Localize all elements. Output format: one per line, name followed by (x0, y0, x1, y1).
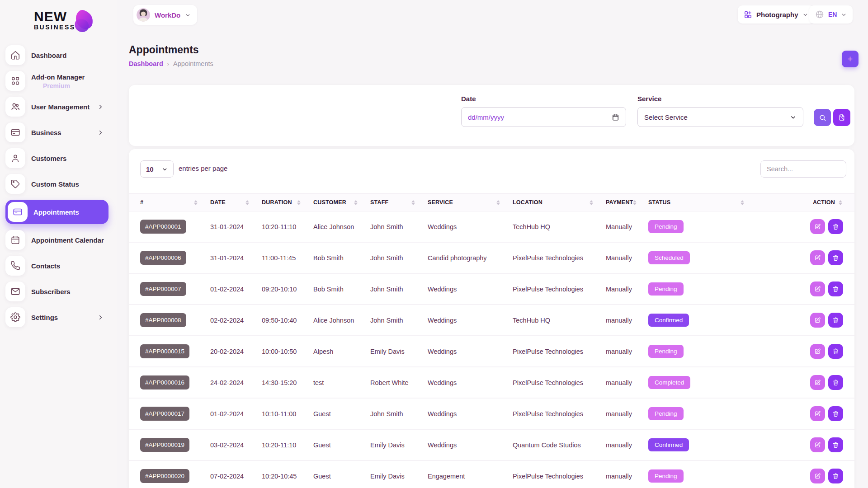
cell-customer: Guest (313, 399, 370, 429)
breadcrumb-separator: › (167, 61, 169, 67)
sort-icon (590, 200, 593, 205)
table-search-input[interactable] (760, 160, 846, 178)
column-header-date[interactable]: DATE (210, 194, 262, 211)
sidebar-item-add-on-manager[interactable]: Add-on ManagerPremium (5, 71, 108, 91)
column-header-status[interactable]: STATUS (648, 194, 757, 211)
delete-button[interactable] (828, 437, 843, 452)
cell-staff: John Smith (370, 211, 428, 242)
cell-date: 07-02-2024 (210, 461, 262, 488)
cell-customer: test (313, 367, 370, 398)
column-header-[interactable]: # (140, 194, 210, 211)
language-code: EN (828, 11, 837, 18)
sort-icon (496, 200, 500, 205)
cell-service: Weddings (428, 367, 513, 398)
sidebar-item-label: Appointments (33, 208, 79, 216)
cell-customer: Alice Johnson (313, 305, 370, 335)
grid-plus-icon (744, 10, 752, 19)
filter-card: Date dd/mm/yyyy Service Select Service (129, 85, 854, 146)
workspace-name: Photography (756, 11, 798, 19)
cell-staff: John Smith (370, 243, 428, 273)
delete-button[interactable] (828, 313, 843, 328)
sort-icon (194, 200, 198, 205)
breadcrumb-dashboard-link[interactable]: Dashboard (129, 60, 163, 67)
appointment-id-badge: #APP000006 (140, 251, 186, 265)
sidebar-item-appointments[interactable]: Appointments (5, 200, 108, 224)
date-input[interactable]: dd/mm/yyyy (461, 107, 626, 127)
cell-customer: Bob Smith (313, 274, 370, 304)
credit-card-icon (5, 122, 25, 142)
delete-button[interactable] (828, 250, 843, 265)
sidebar-item-user-management[interactable]: User Management (5, 97, 108, 117)
service-select[interactable]: Select Service (637, 107, 803, 127)
sidebar-item-dashboard[interactable]: Dashboard (5, 45, 108, 65)
cell-location: TechHub HQ (513, 305, 606, 335)
edit-button[interactable] (810, 437, 825, 452)
edit-button[interactable] (810, 313, 825, 328)
cell-customer: Alice Johnson (313, 211, 370, 242)
status-badge: Pending (648, 220, 684, 233)
table-row: #APP000002007-02-202410:20-10:45GuestEmi… (129, 461, 854, 488)
table-row: #APP00000131-01-202410:20-11:10Alice Joh… (129, 211, 854, 243)
apply-filter-button[interactable] (814, 109, 831, 126)
appointment-id-badge: #APP0000016 (140, 375, 189, 389)
reset-filter-button[interactable] (833, 109, 850, 126)
cell-payment: manually (606, 399, 648, 429)
sidebar-item-label: Business (31, 128, 61, 137)
column-header-payment[interactable]: PAYMENT (606, 194, 648, 211)
chevron-right-icon (97, 314, 104, 321)
appointment-id-badge: #APP0000019 (140, 438, 189, 452)
sidebar-item-settings[interactable]: Settings (5, 307, 108, 327)
workspace-switcher-button[interactable]: Photography (738, 5, 814, 23)
sidebar-item-appointment-calendar[interactable]: Appointment Calendar (5, 230, 108, 250)
language-selector-button[interactable]: EN (809, 5, 853, 23)
delete-button[interactable] (828, 282, 843, 296)
users-icon (5, 97, 25, 117)
edit-button[interactable] (810, 250, 825, 265)
cell-customer: Bob Smith (313, 243, 370, 273)
sidebar-item-subscribers[interactable]: Subscribers (5, 282, 108, 301)
cell-duration: 10:20-11:10 (262, 211, 313, 242)
search-icon (819, 114, 826, 122)
edit-button[interactable] (810, 406, 825, 421)
delete-button[interactable] (828, 344, 843, 359)
sidebar-item-customers[interactable]: Customers (5, 148, 108, 168)
edit-button[interactable] (810, 282, 825, 296)
table-row: #APP000001520-02-202410:00-10:50AlpeshEm… (129, 336, 854, 367)
sort-icon (354, 200, 358, 205)
sidebar-item-business[interactable]: Business (5, 122, 108, 142)
edit-button[interactable] (810, 375, 825, 390)
edit-button[interactable] (810, 344, 825, 359)
user-icon (5, 148, 25, 168)
column-header-duration[interactable]: DURATION (262, 194, 313, 211)
delete-button[interactable] (828, 469, 843, 483)
appointment-id-badge: #APP0000015 (140, 344, 189, 358)
sidebar-item-label: Add-on Manager (31, 73, 85, 81)
cell-date: 01-02-2024 (210, 399, 262, 429)
status-badge: Pending (648, 282, 684, 296)
status-badge: Confirmed (648, 438, 689, 451)
delete-button[interactable] (828, 219, 843, 234)
edit-button[interactable] (810, 469, 825, 483)
sidebar-item-contacts[interactable]: Contacts (5, 256, 108, 276)
user-name: WorkDo (155, 11, 180, 19)
page-title: Appointments (129, 44, 199, 56)
cell-service: Candid photography (428, 243, 513, 273)
column-header-staff[interactable]: STAFF (370, 194, 428, 211)
user-menu-button[interactable]: WorkDo (133, 5, 197, 25)
cell-location: TechHub HQ (513, 211, 606, 242)
edit-button[interactable] (810, 219, 825, 234)
cell-duration: 10:10-11:00 (262, 399, 313, 429)
delete-button[interactable] (828, 406, 843, 421)
entries-per-page-select[interactable]: 10 (140, 160, 174, 178)
sidebar-item-custom-status[interactable]: Custom Status (5, 174, 108, 194)
delete-button[interactable] (828, 375, 843, 390)
sort-icon (245, 200, 249, 205)
status-badge: Pending (648, 469, 684, 483)
column-header-location[interactable]: LOCATION (513, 194, 606, 211)
cell-date: 24-02-2024 (210, 367, 262, 398)
column-header-customer[interactable]: CUSTOMER (313, 194, 370, 211)
column-header-action[interactable]: ACTION (757, 194, 843, 211)
add-appointment-button[interactable] (842, 51, 859, 67)
column-header-service[interactable]: SERVICE (428, 194, 513, 211)
breadcrumb-current: Appointments (173, 60, 213, 67)
